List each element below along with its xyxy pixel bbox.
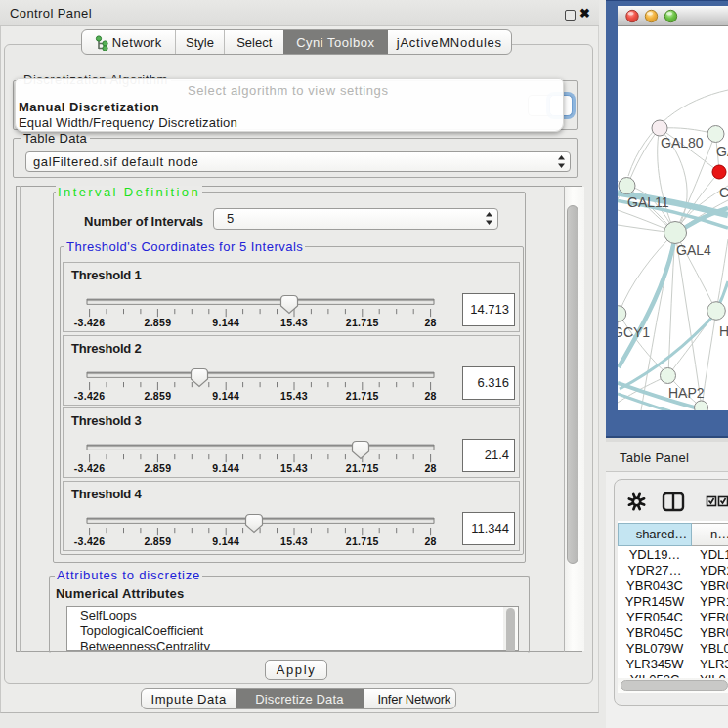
svg-text:21.715: 21.715 — [346, 389, 379, 401]
svg-text:-3.426: -3.426 — [74, 317, 106, 328]
svg-text:28: 28 — [424, 462, 436, 474]
svg-text:9.144: 9.144 — [212, 317, 239, 328]
svg-text:2.859: 2.859 — [145, 389, 172, 401]
svg-text:C: C — [719, 185, 728, 200]
svg-text:H: H — [719, 323, 728, 339]
svg-text:9.144: 9.144 — [212, 462, 239, 474]
svg-text:21.715: 21.715 — [346, 317, 379, 328]
svg-text:GAL80: GAL80 — [661, 135, 704, 150]
svg-text:2.859: 2.859 — [145, 535, 172, 546]
svg-text:21.715: 21.715 — [346, 535, 379, 546]
svg-text:HAP2: HAP2 — [668, 385, 705, 401]
svg-text:28: 28 — [424, 535, 436, 546]
svg-text:2.859: 2.859 — [145, 462, 172, 474]
svg-text:-3.426: -3.426 — [74, 535, 106, 546]
svg-text:15.43: 15.43 — [280, 535, 308, 546]
svg-text:9.144: 9.144 — [212, 389, 239, 401]
svg-text:15.43: 15.43 — [280, 317, 308, 328]
svg-text:21.715: 21.715 — [346, 462, 379, 474]
svg-text:2.859: 2.859 — [145, 317, 172, 328]
svg-text:-3.426: -3.426 — [74, 389, 106, 401]
svg-text:GAL4: GAL4 — [676, 242, 711, 258]
svg-text:GCY1: GCY1 — [618, 324, 650, 340]
svg-text:9.144: 9.144 — [212, 535, 239, 546]
svg-text:-3.426: -3.426 — [74, 462, 106, 474]
svg-text:GAL11: GAL11 — [627, 194, 669, 210]
svg-text:28: 28 — [424, 389, 436, 401]
svg-text:15.43: 15.43 — [280, 389, 308, 401]
svg-text:28: 28 — [424, 317, 436, 328]
svg-text:15.43: 15.43 — [280, 462, 308, 474]
svg-text:GA: GA — [716, 144, 728, 159]
